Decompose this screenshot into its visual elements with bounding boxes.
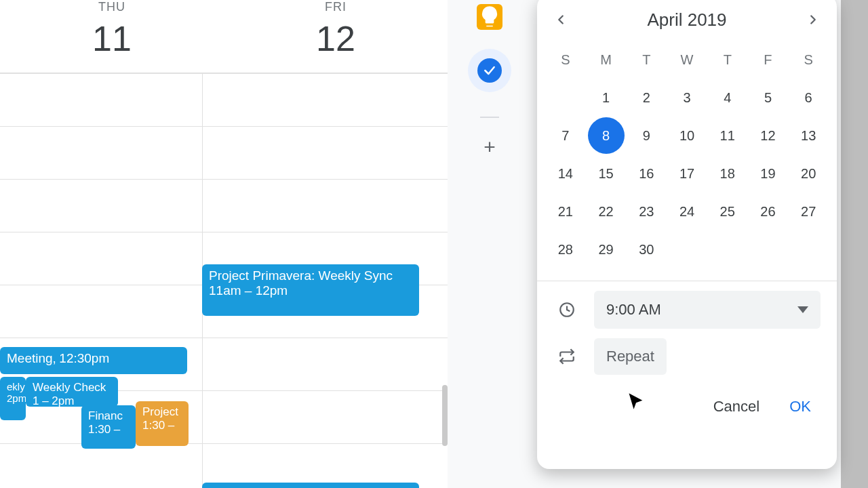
event-time: 2pm <box>7 392 19 404</box>
keep-icon[interactable] <box>477 4 502 30</box>
event-title: Project Primavera: Weekly Sync <box>209 268 412 283</box>
prev-month-button[interactable] <box>549 8 572 31</box>
event-time: 1:30 – <box>88 423 129 436</box>
day-cell[interactable]: 5 <box>748 79 789 117</box>
day-cell[interactable]: 28 <box>545 230 586 268</box>
day-cell[interactable]: 19 <box>748 155 789 192</box>
event-weekly-cut[interactable]: ekly 2pm <box>0 377 26 420</box>
repeat-icon <box>553 348 580 365</box>
week-row: 123456 <box>545 79 829 117</box>
time-value: 9:00 AM <box>606 301 661 319</box>
weekday-header: S M T W T F S <box>545 41 829 79</box>
day-cell[interactable]: 8 <box>588 117 625 154</box>
event-time: 12:30pm <box>59 351 109 365</box>
day-column-fri[interactable]: FRI 12 <box>224 0 448 73</box>
week-row: 14151617181920 <box>545 155 829 192</box>
day-cell <box>748 230 789 268</box>
time-dropdown[interactable]: 9:00 AM <box>594 291 821 329</box>
day-cell[interactable]: 14 <box>545 155 586 192</box>
day-cell <box>545 79 586 117</box>
month-label: April 2019 <box>647 9 726 30</box>
backdrop-edge <box>841 0 868 488</box>
day-number: 12 <box>224 18 448 59</box>
month-nav: April 2019 <box>545 8 829 41</box>
weekday: T <box>626 41 667 79</box>
event-title: Financ <box>88 409 129 423</box>
scrollbar-thumb[interactable] <box>442 385 448 446</box>
day-cell[interactable]: 17 <box>667 155 707 192</box>
event-time: 1:30 – <box>142 419 182 432</box>
event-project[interactable]: Project 1:30 – <box>136 401 189 446</box>
day-cell[interactable]: 21 <box>545 192 586 230</box>
day-cell[interactable]: 24 <box>667 192 707 230</box>
day-cell[interactable]: 13 <box>788 117 829 155</box>
day-cell[interactable]: 29 <box>586 230 627 268</box>
event-title: Weekly Check <box>33 381 111 394</box>
dropdown-caret-icon <box>797 306 808 313</box>
week-row: 78910111213 <box>545 117 829 155</box>
day-cell[interactable]: 18 <box>707 155 748 192</box>
day-cell[interactable]: 1 <box>586 79 627 117</box>
event-partial[interactable] <box>202 483 419 488</box>
day-column-thu[interactable]: THU 11 <box>0 0 224 73</box>
day-cell[interactable]: 23 <box>626 192 667 230</box>
day-cell[interactable]: 9 <box>626 117 667 155</box>
day-cell[interactable]: 15 <box>586 155 627 192</box>
event-primavera[interactable]: Project Primavera: Weekly Sync 11am – 12… <box>202 264 419 316</box>
next-month-button[interactable] <box>802 8 825 31</box>
day-cell[interactable]: 20 <box>788 155 829 192</box>
day-cell[interactable]: 27 <box>788 192 829 230</box>
day-cell[interactable]: 4 <box>707 79 748 117</box>
day-cell <box>667 230 707 268</box>
tasks-icon[interactable] <box>468 49 511 92</box>
day-cell[interactable]: 26 <box>748 192 789 230</box>
calendar-week-view: THU 11 FRI 12 Project Primavera: Weekly … <box>0 0 448 488</box>
day-number: 11 <box>0 18 224 59</box>
weekday: F <box>748 41 789 79</box>
day-cell[interactable]: 2 <box>626 79 667 117</box>
clock-icon <box>553 301 580 319</box>
day-cell[interactable]: 7 <box>545 117 586 155</box>
calendar-header: THU 11 FRI 12 <box>0 0 448 73</box>
addon-sidebar: + <box>465 0 514 488</box>
cancel-button[interactable]: Cancel <box>713 398 760 415</box>
weekday: T <box>707 41 748 79</box>
date-picker-dialog: April 2019 S M T W T F S 123456789101112… <box>537 0 837 469</box>
sidebar-divider <box>480 117 499 118</box>
ok-button[interactable]: OK <box>789 398 811 415</box>
calendar-body[interactable]: Project Primavera: Weekly Sync 11am – 12… <box>0 73 448 488</box>
event-meeting[interactable]: Meeting, 12:30pm <box>0 347 187 374</box>
day-abbr: FRI <box>224 0 448 14</box>
day-cell[interactable]: 11 <box>707 117 748 155</box>
day-abbr: THU <box>0 0 224 14</box>
day-cell[interactable]: 22 <box>586 192 627 230</box>
repeat-button[interactable]: Repeat <box>594 338 667 375</box>
day-cell <box>788 230 829 268</box>
repeat-row: Repeat <box>545 329 829 375</box>
event-title: ekly <box>7 381 19 392</box>
day-cell[interactable]: 12 <box>748 117 789 155</box>
day-cell[interactable]: 16 <box>626 155 667 192</box>
event-title: Meeting, <box>7 351 56 365</box>
time-row: 9:00 AM <box>545 281 829 329</box>
day-cell[interactable]: 3 <box>667 79 707 117</box>
day-cell[interactable]: 30 <box>626 230 667 268</box>
weekday: S <box>545 41 586 79</box>
event-time: 11am – 12pm <box>209 283 412 298</box>
add-addon-button[interactable]: + <box>477 134 502 160</box>
event-finance[interactable]: Financ 1:30 – <box>81 405 136 449</box>
week-row: 21222324252627 <box>545 192 829 230</box>
event-title: Project <box>142 405 182 419</box>
weekday: M <box>586 41 627 79</box>
event-weekly-check[interactable]: Weekly Check 1 – 2pm <box>26 377 118 407</box>
day-cell <box>707 230 748 268</box>
weekday: W <box>667 41 707 79</box>
day-cell[interactable]: 25 <box>707 192 748 230</box>
week-row: 282930 <box>545 230 829 268</box>
dialog-actions: Cancel OK <box>545 375 829 415</box>
day-cell[interactable]: 6 <box>788 79 829 117</box>
calendar-grid: 1234567891011121314151617181920212223242… <box>545 79 829 268</box>
weekday: S <box>788 41 829 79</box>
day-cell[interactable]: 10 <box>667 117 707 155</box>
